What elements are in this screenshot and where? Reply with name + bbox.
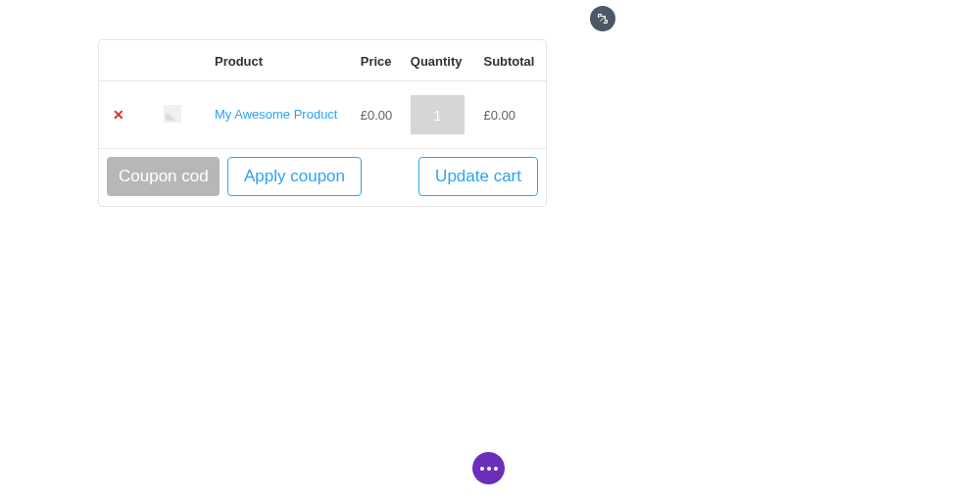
update-cart-button[interactable]: Update cart <box>418 157 538 196</box>
fab-more-button[interactable] <box>472 452 505 484</box>
col-price: Price <box>353 40 403 81</box>
thumbnail-placeholder-icon <box>164 105 181 123</box>
product-link[interactable]: My Awesome Product <box>215 107 337 122</box>
subtotal-cell: £0.00 <box>475 81 546 149</box>
col-thumb <box>138 40 207 81</box>
actions-row: Apply coupon Update cart <box>107 157 538 196</box>
table-row: ✕ My Awesome Product £0.00 1 £0.00 <box>99 81 546 149</box>
col-quantity: Quantity <box>403 40 476 81</box>
price-cell: £0.00 <box>353 81 403 149</box>
resize-handle[interactable] <box>590 6 615 31</box>
cart-panel: Product Price Quantity Subtotal ✕ My Awe… <box>98 39 547 207</box>
remove-item-icon[interactable]: ✕ <box>107 107 130 123</box>
quantity-input[interactable]: 1 <box>411 95 465 134</box>
coupon-input[interactable] <box>107 157 220 196</box>
col-product: Product <box>207 40 353 81</box>
col-remove <box>99 40 138 81</box>
col-subtotal: Subtotal <box>475 40 546 81</box>
cart-table: Product Price Quantity Subtotal ✕ My Awe… <box>99 40 546 206</box>
apply-coupon-button[interactable]: Apply coupon <box>227 157 362 196</box>
